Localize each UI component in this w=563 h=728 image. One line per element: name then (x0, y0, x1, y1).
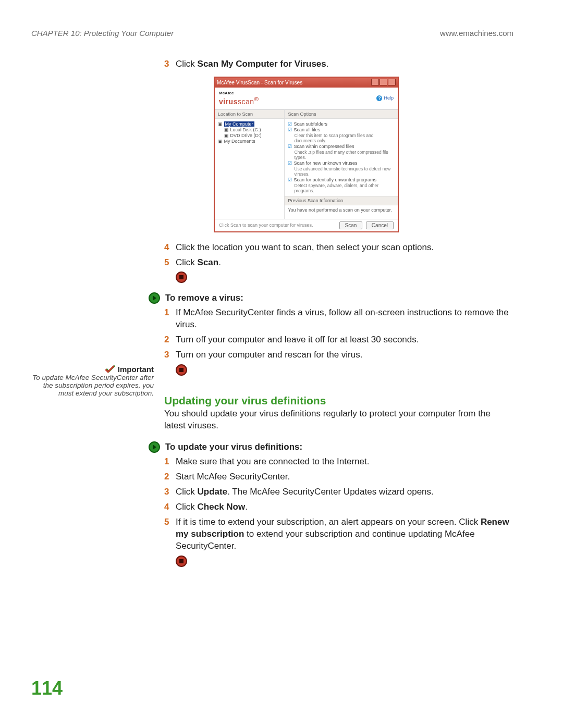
opt-compressed[interactable]: Scan within compressed files (288, 144, 395, 149)
remove-step-2: 2 Turn off your computer and leave it of… (164, 334, 513, 346)
check-icon (105, 365, 116, 373)
window-buttons (371, 79, 396, 87)
important-note: Important To update McAfee SecurityCente… (31, 365, 154, 397)
step-4: 4 Click the location you want to scan, t… (164, 242, 513, 254)
right-panel-head: Scan Options (285, 109, 398, 119)
section-intro: You should update your virus definitions… (164, 408, 513, 432)
update-step-5: 5 If it is time to extend your subscript… (164, 516, 513, 552)
page-number: 114 (31, 677, 63, 699)
brand-main: virusscan® (219, 95, 259, 106)
chapter-title: CHAPTER 10: Protecting Your Computer (31, 29, 174, 38)
remove-step-3: 3 Turn on your computer and rescan for t… (164, 349, 513, 361)
cancel-button[interactable]: Cancel (366, 221, 394, 229)
help-link[interactable]: Help (376, 95, 394, 101)
end-procedure-icon (176, 556, 187, 567)
step-5: 5 Click Scan. (164, 257, 513, 269)
procedure-remove-virus: To remove a virus: (149, 292, 513, 304)
prev-scan-head: Previous Scan Information (285, 196, 398, 205)
step-number: 3 (164, 58, 176, 70)
scan-options: Scan subfolders Scan all files Clear thi… (285, 119, 398, 196)
left-panel-head: Location to Scan (215, 109, 284, 119)
step-3: 3 Click Scan My Computer for Viruses. (164, 58, 513, 70)
end-procedure-icon (176, 272, 187, 283)
step-number: 5 (164, 257, 176, 269)
section-updating-defs: Updating your virus definitions (164, 394, 513, 407)
running-header: CHAPTER 10: Protecting Your Computer www… (31, 29, 513, 38)
folder-tree[interactable]: ▣ My Computer ▣ Local Disk (C:) ▣ DVD Dr… (215, 119, 284, 160)
update-step-3: 3 Click Update. The McAfee SecurityCente… (164, 486, 513, 498)
brand-small: McAfee (219, 91, 259, 95)
window-titlebar: McAfee VirusScan - Scan for Viruses (215, 78, 398, 88)
update-step-1: 1 Make sure that you are connected to th… (164, 456, 513, 468)
scan-button[interactable]: Scan (339, 221, 363, 229)
play-icon (149, 292, 160, 304)
window-title: McAfee VirusScan - Scan for Viruses (217, 80, 302, 85)
opt-all-files[interactable]: Scan all files (288, 127, 395, 132)
prev-scan-body: You have not performed a scan on your co… (285, 205, 398, 219)
end-procedure-icon (176, 364, 187, 376)
update-step-4: 4 Click Check Now. (164, 501, 513, 513)
step-text: Click the location you want to scan, the… (176, 242, 513, 254)
opt-subfolders[interactable]: Scan subfolders (288, 121, 395, 127)
play-icon (149, 441, 160, 453)
remove-step-1: 1 If McAfee SecurityCenter finds a virus… (164, 307, 513, 331)
footer-hint: Click Scan to scan your computer for vir… (219, 223, 313, 228)
opt-pup[interactable]: Scan for potentially unwanted programs (288, 177, 395, 182)
update-step-2: 2 Start McAfee SecurityCenter. (164, 471, 513, 483)
procedure-update-defs: To update your virus definitions: (149, 441, 513, 453)
header-url: www.emachines.com (440, 29, 513, 38)
step-text: Click Scan. (176, 257, 513, 269)
opt-unknown[interactable]: Scan for new unknown viruses (288, 161, 395, 166)
step-text: Click Scan My Computer for Viruses. (176, 58, 513, 70)
virusscan-screenshot: McAfee VirusScan - Scan for Viruses McAf… (214, 77, 399, 232)
step-number: 4 (164, 242, 176, 254)
